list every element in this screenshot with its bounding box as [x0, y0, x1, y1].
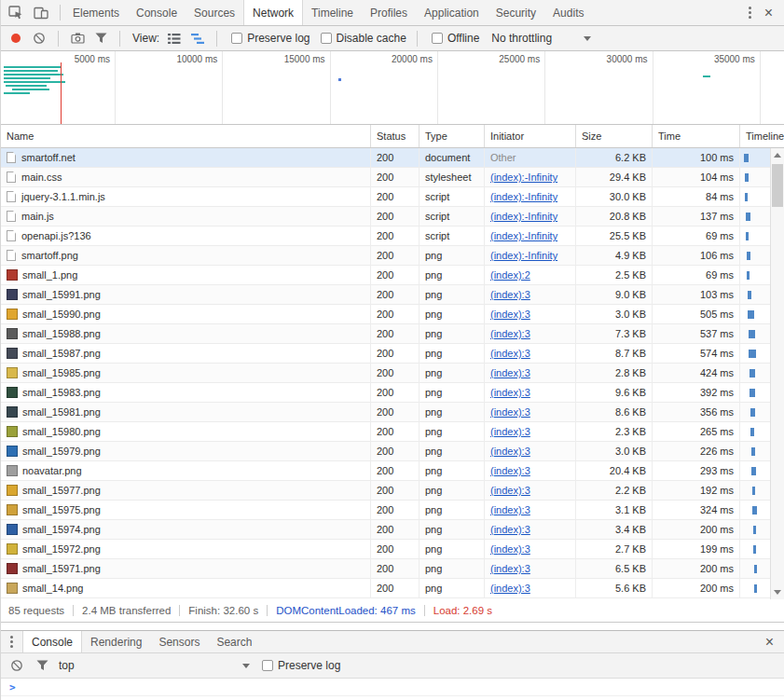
tab-application[interactable]: Application [416, 0, 488, 25]
table-row[interactable]: small_15972.png200png(index):32.7 KB199 … [1, 540, 784, 559]
show-overview-toggle-icon[interactable] [189, 30, 206, 47]
capture-screenshots-icon[interactable] [69, 30, 86, 47]
large-request-rows-toggle-icon[interactable] [166, 30, 183, 47]
filter-icon[interactable] [92, 30, 109, 47]
initiator-link[interactable]: (index):3 [490, 485, 530, 496]
drawer-tab-sensors[interactable]: Sensors [150, 631, 208, 652]
console-empty-area[interactable] [1, 696, 784, 700]
cell-name: main.css [1, 168, 371, 187]
console-filter-icon[interactable] [34, 657, 50, 674]
table-row[interactable]: small_15974.png200png(index):33.4 KB200 … [1, 520, 784, 540]
execution-context-dropdown[interactable]: top [59, 659, 250, 672]
scroll-up-icon[interactable] [771, 148, 784, 162]
initiator-link[interactable]: (index):3 [490, 289, 530, 300]
initiator-link[interactable]: (index):-Infinity [490, 211, 557, 222]
disable-cache-checkbox[interactable]: Disable cache [321, 32, 406, 45]
record-network-log-button[interactable] [7, 30, 24, 47]
initiator-link[interactable]: (index):-Infinity [490, 191, 557, 202]
table-row[interactable]: smartoff.net200documentOther6.2 KB100 ms [1, 148, 784, 168]
initiator-link[interactable]: (index):-Infinity [490, 250, 557, 261]
column-header-initiator[interactable]: Initiator [485, 125, 576, 147]
scroll-down-icon[interactable] [771, 585, 784, 599]
table-row[interactable]: small_1.png200png(index):22.5 KB69 ms [1, 266, 784, 285]
initiator-link[interactable]: (index):2 [490, 269, 530, 281]
cell-size: 9.6 KB [576, 383, 653, 403]
initiator-link[interactable]: (index):3 [490, 563, 530, 574]
overview-timeline[interactable]: 5000 ms10000 ms15000 ms20000 ms25000 ms3… [1, 51, 784, 125]
table-row[interactable]: small_15987.png200png(index):38.7 KB574 … [1, 344, 784, 364]
request-name: small_14.png [22, 583, 83, 594]
vertical-scrollbar[interactable] [770, 148, 784, 599]
network-toolbar: View: Preserve log Disable cache Offline… [1, 26, 784, 51]
table-row[interactable]: small_15979.png200png(index):33.0 KB226 … [1, 442, 784, 461]
column-header-time[interactable]: Time [653, 125, 740, 147]
table-row[interactable]: small_15980.png200png(index):32.3 KB265 … [1, 422, 784, 442]
table-row[interactable]: small_15983.png200png(index):39.6 KB392 … [1, 383, 784, 403]
initiator-link[interactable]: (index):3 [490, 543, 530, 555]
initiator-link[interactable]: (index):-Infinity [490, 172, 557, 183]
offline-checkbox[interactable]: Offline [432, 32, 479, 45]
console-preserve-log-checkbox[interactable]: Preserve log [262, 659, 340, 672]
tab-timeline[interactable]: Timeline [303, 0, 362, 25]
tab-console[interactable]: Console [128, 0, 186, 25]
initiator-link[interactable]: (index):3 [490, 387, 530, 398]
table-row[interactable]: small_15985.png200png(index):32.8 KB424 … [1, 364, 784, 383]
throttling-value: No throttling [491, 32, 552, 45]
close-drawer-button[interactable]: × [755, 635, 784, 650]
table-row[interactable]: small_15990.png200png(index):33.0 KB505 … [1, 305, 784, 324]
drawer-more-options-icon[interactable] [1, 636, 22, 648]
inspect-element-icon[interactable] [7, 5, 24, 21]
throttling-dropdown[interactable]: No throttling [491, 32, 591, 45]
table-row[interactable]: smartoff.png200png(index):-Infinity4.9 K… [1, 246, 784, 266]
overview-load-event-line [61, 62, 62, 124]
column-header-timeline[interactable]: Timeline [740, 125, 784, 147]
initiator-link[interactable]: (index):3 [490, 524, 530, 535]
scrollbar-thumb[interactable] [772, 164, 783, 207]
initiator-link[interactable]: (index):3 [490, 465, 530, 476]
initiator-link[interactable]: (index):3 [490, 328, 530, 339]
clear-console-icon[interactable] [8, 657, 25, 674]
initiator-link[interactable]: (index):3 [490, 426, 530, 437]
table-row[interactable]: jquery-3.1.1.min.js200script(index):-Inf… [1, 187, 784, 207]
table-row[interactable]: small_15977.png200png(index):32.2 KB192 … [1, 481, 784, 501]
tab-security[interactable]: Security [488, 0, 544, 25]
tab-sources[interactable]: Sources [186, 0, 243, 25]
initiator-link[interactable]: (index):-Infinity [490, 230, 557, 241]
column-header-size[interactable]: Size [576, 125, 653, 147]
tab-profiles[interactable]: Profiles [362, 0, 416, 25]
tab-network[interactable]: Network [243, 0, 303, 25]
column-header-type[interactable]: Type [420, 125, 485, 147]
tab-elements[interactable]: Elements [64, 0, 128, 25]
table-row[interactable]: openapi.js?136200script(index):-Infinity… [1, 226, 784, 246]
drawer-tab-console[interactable]: Console [22, 631, 82, 652]
tab-audits[interactable]: Audits [544, 0, 592, 25]
drawer-tab-search[interactable]: Search [208, 631, 260, 652]
initiator-link[interactable]: (index):3 [490, 446, 530, 457]
drawer-tab-rendering[interactable]: Rendering [82, 631, 150, 652]
close-devtools-button[interactable]: × [764, 6, 773, 21]
table-row[interactable]: small_15975.png200png(index):33.1 KB324 … [1, 501, 784, 520]
initiator-link[interactable]: (index):3 [490, 504, 530, 515]
console-prompt[interactable]: > [1, 679, 784, 696]
table-row[interactable]: main.js200script(index):-Infinity20.8 KB… [1, 207, 784, 226]
request-name: jquery-3.1.1.min.js [21, 191, 105, 202]
preserve-log-checkbox[interactable]: Preserve log [231, 32, 309, 45]
column-header-name[interactable]: Name [1, 125, 371, 147]
table-row[interactable]: noavatar.png200png(index):320.4 KB293 ms [1, 461, 784, 481]
table-row[interactable]: small_15991.png200png(index):39.0 KB103 … [1, 285, 784, 305]
initiator-link[interactable]: (index):3 [490, 406, 530, 418]
column-header-status[interactable]: Status [371, 125, 420, 147]
more-options-icon[interactable] [749, 7, 751, 19]
initiator-link[interactable]: (index):3 [490, 367, 530, 378]
table-row[interactable]: small_15971.png200png(index):36.5 KB200 … [1, 559, 784, 579]
table-row[interactable]: small_14.png200png(index):35.6 KB200 ms [1, 579, 784, 598]
table-row[interactable]: small_15988.png200png(index):37.3 KB537 … [1, 324, 784, 344]
request-name: small_1.png [22, 269, 77, 281]
initiator-link[interactable]: (index):3 [490, 583, 530, 594]
device-toolbar-icon[interactable] [33, 5, 49, 21]
clear-network-log-button[interactable] [31, 30, 48, 47]
table-row[interactable]: small_15981.png200png(index):38.6 KB356 … [1, 403, 784, 422]
initiator-link[interactable]: (index):3 [490, 348, 530, 359]
initiator-link[interactable]: (index):3 [490, 309, 530, 320]
table-row[interactable]: main.css200stylesheet(index):-Infinity29… [1, 168, 784, 187]
